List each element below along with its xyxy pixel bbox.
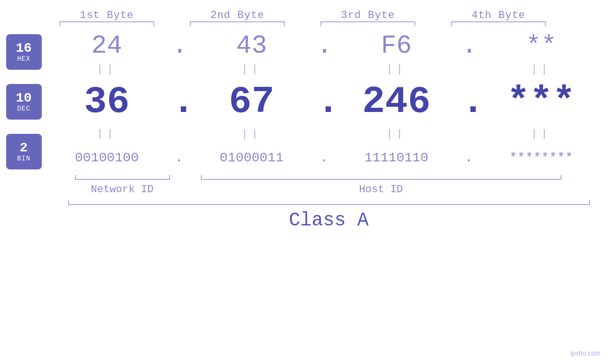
dec-cell-2: 67 <box>187 80 317 123</box>
hex-cell-4: ** <box>476 31 607 60</box>
hex-row: 24 . 43 . F6 . ** <box>42 29 607 62</box>
dec-val-2: 67 <box>229 80 274 123</box>
badge-hex: 16 HEX <box>6 34 42 70</box>
bin-cell-1: 00100100 <box>42 150 172 165</box>
dec-cell-4: *** <box>476 80 607 123</box>
badge-bin-label: BIN <box>17 155 30 162</box>
badge-dec: 10 DEC <box>6 84 42 120</box>
eq1-1: || <box>42 64 172 75</box>
bin-row: 00100100 . 01000011 . 11110110 . <box>42 142 607 174</box>
network-id-label: Network ID <box>68 184 177 196</box>
network-id-section: Network ID <box>68 179 177 196</box>
byte-col-2: 2nd Byte <box>172 9 303 22</box>
byte-label-3: 3rd Byte <box>303 9 433 21</box>
badge-dec-label: DEC <box>17 105 30 112</box>
class-section: Class A <box>6 204 604 231</box>
hex-dot-3: . <box>462 31 476 60</box>
eq2-2: || <box>187 128 317 140</box>
bin-val-4: ******** <box>509 150 573 165</box>
bin-cell-4: ******** <box>476 150 607 165</box>
host-id-label: Host ID <box>187 184 576 196</box>
watermark: ipshu.com <box>570 349 601 357</box>
host-id-section: Host ID <box>187 179 576 196</box>
byte-label-4: 4th Byte <box>433 9 564 21</box>
eq2-1: || <box>42 128 172 140</box>
network-bracket-line <box>75 179 170 180</box>
rows-wrapper: 24 . 43 . F6 . ** <box>42 29 607 174</box>
bracket-top-4 <box>451 21 546 22</box>
badge-dec-number: 10 <box>16 92 32 105</box>
hex-val-4: ** <box>526 31 557 60</box>
badge-bin: 2 BIN <box>6 134 42 169</box>
hex-dot-1: . <box>172 31 187 60</box>
hex-cell-1: 24 <box>42 31 172 60</box>
bin-val-2: 01000011 <box>220 150 283 165</box>
bin-dot-3: . <box>462 150 476 165</box>
dec-dot-2: . <box>317 80 331 123</box>
eq1-3: || <box>331 64 462 75</box>
eq1-2: || <box>187 64 317 75</box>
bin-cell-2: 01000011 <box>187 150 317 165</box>
dec-row: 36 . 67 . 246 . *** <box>42 77 607 126</box>
eq1-4: || <box>476 64 607 75</box>
hex-val-2: 43 <box>236 31 267 60</box>
bracket-top-2 <box>190 21 285 22</box>
eq2-3: || <box>331 128 462 140</box>
equals-row-2: || || || || <box>42 126 607 142</box>
byte-col-1: 1st Byte <box>42 9 172 22</box>
badge-hex-number: 16 <box>16 42 32 55</box>
byte-col-4: 4th Byte <box>433 9 564 22</box>
bin-val-3: 11110110 <box>365 150 428 165</box>
hex-val-1: 24 <box>92 31 122 60</box>
byte-label-1: 1st Byte <box>42 9 172 21</box>
dec-dot-1: . <box>172 80 187 123</box>
hex-cell-2: 43 <box>187 31 317 60</box>
badge-hex-label: HEX <box>17 55 30 63</box>
bin-dot-1: . <box>172 150 187 165</box>
header-row: 1st Byte 2nd Byte 3rd Byte 4th Byte <box>42 9 610 22</box>
bin-val-1: 00100100 <box>75 150 139 165</box>
dec-cell-1: 36 <box>42 80 172 123</box>
dec-val-3: 246 <box>362 80 431 123</box>
hex-val-3: F6 <box>381 31 412 60</box>
byte-col-3: 3rd Byte <box>303 9 433 22</box>
dec-val-1: 36 <box>84 80 130 123</box>
host-bracket-line <box>201 179 562 180</box>
bracket-top-3 <box>320 21 415 22</box>
dec-cell-3: 246 <box>331 80 462 123</box>
class-label: Class A <box>68 210 590 231</box>
class-bracket-line <box>68 204 590 205</box>
bracket-top-1 <box>59 21 154 22</box>
dec-val-4: *** <box>507 80 575 123</box>
hex-dot-2: . <box>317 31 331 60</box>
dec-dot-3: . <box>462 80 476 123</box>
bin-dot-2: . <box>317 150 331 165</box>
byte-label-2: 2nd Byte <box>172 9 303 21</box>
content-area: 16 HEX 10 DEC 2 BIN 24 . <box>6 29 604 174</box>
bottom-brackets: Network ID Host ID <box>68 179 604 196</box>
badge-bin-number: 2 <box>20 141 28 155</box>
hex-cell-3: F6 <box>331 31 462 60</box>
badges-column: 16 HEX 10 DEC 2 BIN <box>6 29 42 174</box>
equals-row-1: || || || || <box>42 62 607 77</box>
bin-cell-3: 11110110 <box>331 150 462 165</box>
eq2-4: || <box>476 128 607 140</box>
main-container: 1st Byte 2nd Byte 3rd Byte 4th Byte 16 H… <box>0 0 610 364</box>
bottom-section: Network ID Host ID Class A <box>6 179 604 231</box>
